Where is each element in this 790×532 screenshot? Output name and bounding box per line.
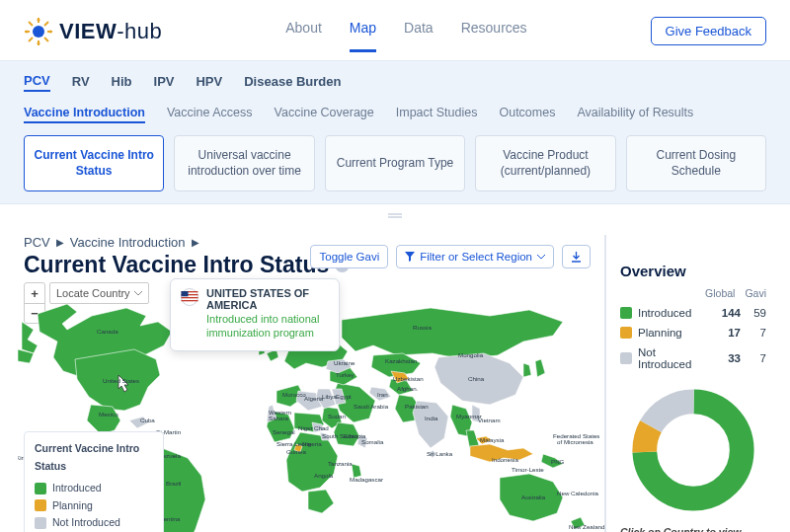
svg-text:Federated States: Federated States xyxy=(553,432,599,439)
country-centralafrica[interactable] xyxy=(286,432,338,492)
give-feedback-button[interactable]: Give Feedback xyxy=(651,17,766,45)
country-uk[interactable] xyxy=(267,349,278,361)
subtab-impact[interactable]: Impact Studies xyxy=(396,104,478,123)
overview-label: Planning xyxy=(638,327,707,339)
map-container[interactable]: + − Locate Country xyxy=(24,278,591,532)
overview-col-gavi: Gavi xyxy=(745,287,766,299)
svg-text:Vietnam: Vietnam xyxy=(478,417,501,423)
panel-drag-handle[interactable] xyxy=(0,204,790,227)
download-icon xyxy=(571,252,582,263)
swatch xyxy=(620,352,632,364)
card-over-time[interactable]: Universal vaccine introduction over time xyxy=(174,135,314,191)
country-alaska[interactable] xyxy=(18,322,38,363)
overview-title: Overview xyxy=(620,263,766,279)
country-somalia[interactable] xyxy=(357,434,367,448)
svg-point-11 xyxy=(25,30,28,33)
overview-row[interactable]: Introduced 144 59 xyxy=(620,307,766,319)
overview-label: Introduced xyxy=(638,307,707,319)
country-india[interactable] xyxy=(413,401,448,448)
svg-rect-79 xyxy=(182,297,198,298)
nav-about[interactable]: About xyxy=(285,10,322,52)
swatch xyxy=(620,307,632,319)
crumb-pcv[interactable]: PCV xyxy=(24,235,50,250)
svg-rect-80 xyxy=(182,300,198,301)
svg-point-12 xyxy=(48,30,51,33)
tooltip-country: UNITED STATES OF AMERICA xyxy=(206,287,329,311)
overview-gavi: 7 xyxy=(747,327,766,339)
country-ssudan[interactable] xyxy=(320,432,330,440)
nav-map[interactable]: Map xyxy=(350,10,376,52)
tab-pcv[interactable]: PCV xyxy=(24,71,50,92)
tab-rv[interactable]: RV xyxy=(72,72,90,91)
subtab-access[interactable]: Vaccine Access xyxy=(167,104,253,123)
card-current-status[interactable]: Current Vaccine Intro Status xyxy=(24,135,164,191)
overview-footer: Click on Country to view details xyxy=(620,526,766,532)
overview-gavi: 7 xyxy=(747,352,766,364)
svg-text:Timor-Leste: Timor-Leste xyxy=(512,466,544,473)
subtab-availability[interactable]: Availability of Results xyxy=(577,104,693,123)
tab-ipv[interactable]: IPV xyxy=(154,72,175,91)
svg-line-7 xyxy=(44,22,48,26)
overview-label: Not Introduced xyxy=(638,346,707,370)
tab-hpv[interactable]: HPV xyxy=(196,72,222,91)
overview-global: 144 xyxy=(713,307,741,319)
drag-icon xyxy=(386,212,404,220)
card-dosing[interactable]: Current Dosing Schedule xyxy=(626,135,766,191)
brand-logo[interactable]: VIEW-hub xyxy=(24,17,162,46)
country-cuba[interactable] xyxy=(129,417,149,428)
usa-flag-icon xyxy=(181,288,198,306)
subtab-outcomes[interactable]: Outcomes xyxy=(499,104,555,123)
card-program-type[interactable]: Current Program Type xyxy=(325,135,465,191)
country-australia[interactable] xyxy=(500,474,563,521)
country-nz[interactable] xyxy=(571,517,585,529)
overview-gavi: 59 xyxy=(747,307,766,319)
overview-row[interactable]: Planning 17 7 xyxy=(620,327,766,339)
tab-disease-burden[interactable]: Disease Burden xyxy=(244,72,341,91)
country-srilanka[interactable] xyxy=(429,450,436,458)
country-usa[interactable] xyxy=(75,349,160,411)
svg-point-0 xyxy=(33,26,44,38)
overview-donut-chart xyxy=(620,386,766,514)
filter-region-button[interactable]: Filter or Select Region xyxy=(396,245,554,268)
country-russia[interactable] xyxy=(342,308,563,359)
tooltip-status: Introduced into national immunization pr… xyxy=(206,313,329,341)
svg-point-9 xyxy=(37,18,40,21)
svg-line-6 xyxy=(44,38,48,41)
subtab-coverage[interactable]: Vaccine Coverage xyxy=(275,104,374,123)
country-southafrica[interactable] xyxy=(308,490,334,513)
swatch xyxy=(620,327,632,339)
brand-name: VIEW xyxy=(59,19,117,43)
filter-icon xyxy=(405,252,415,262)
svg-text:New Caledonia: New Caledonia xyxy=(557,490,599,496)
overview-global: 17 xyxy=(713,327,741,339)
overview-panel: Overview Global Gavi Introduced 144 59 P… xyxy=(604,235,766,532)
chevron-down-icon xyxy=(537,255,545,260)
country-japan[interactable] xyxy=(535,359,545,377)
toggle-gavi-button[interactable]: Toggle Gavi xyxy=(310,245,388,268)
country-madagascar[interactable] xyxy=(352,464,361,478)
filter-panel: PCV RV Hib IPV HPV Disease Burden Vaccin… xyxy=(0,60,790,204)
country-ethiopia[interactable] xyxy=(334,422,359,446)
country-china[interactable] xyxy=(434,353,523,405)
overview-global: 33 xyxy=(713,352,741,364)
card-product[interactable]: Vaccine Product (current/planned) xyxy=(475,135,615,191)
category-tabs: Vaccine Introduction Vaccine Access Vacc… xyxy=(24,104,766,123)
country-vietnam[interactable] xyxy=(472,405,480,422)
country-korea[interactable] xyxy=(523,363,531,377)
nav-resources[interactable]: Resources xyxy=(461,10,527,52)
overview-col-global: Global xyxy=(705,287,735,299)
svg-line-8 xyxy=(29,38,33,41)
country-png[interactable] xyxy=(541,454,563,468)
subtab-introduction[interactable]: Vaccine Introduction xyxy=(24,104,145,123)
svg-line-5 xyxy=(29,22,33,26)
overview-row[interactable]: Not Introduced 33 7 xyxy=(620,346,766,370)
download-button[interactable] xyxy=(562,245,591,268)
tab-hib[interactable]: Hib xyxy=(112,72,132,91)
top-nav: About Map Data Resources xyxy=(285,10,526,52)
legend-title: Current Vaccine Intro Status xyxy=(35,440,153,476)
country-tooltip: UNITED STATES OF AMERICA Introduced into… xyxy=(170,278,340,351)
crumb-intro[interactable]: Vaccine Introduction xyxy=(70,235,186,250)
svg-rect-81 xyxy=(182,291,189,296)
nav-data[interactable]: Data xyxy=(404,10,434,52)
country-indonesia[interactable] xyxy=(470,444,533,462)
